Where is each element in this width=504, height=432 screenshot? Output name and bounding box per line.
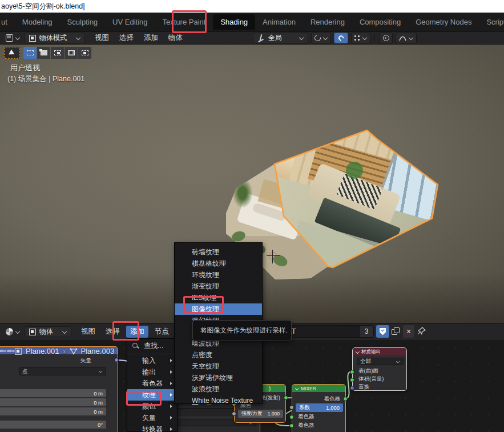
output-target-dropdown[interactable]: 全部 xyxy=(357,358,404,365)
menu-item-渐变纹理[interactable]: 渐变纹理 xyxy=(175,281,262,292)
menu-item-波浪纹理[interactable]: 波浪纹理 xyxy=(175,383,262,395)
rotate-icon xyxy=(313,34,322,42)
node-material-output[interactable]: 材质输出 全部 表(曲)面体积(音量)置换 xyxy=(352,347,407,391)
menu-item-天空纹理[interactable]: 天空纹理 xyxy=(175,361,262,372)
socket-vector-out[interactable] xyxy=(114,358,119,362)
menu-item-环境纹理[interactable]: 环境纹理 xyxy=(175,269,262,281)
select-mode-set-button[interactable] xyxy=(23,47,37,59)
workspace-tab-geometry-nodes[interactable]: Geometry Nodes xyxy=(408,14,479,30)
workspace-tab-scripting[interactable]: Scripting xyxy=(479,14,504,30)
select-mode-intersect-button[interactable] xyxy=(78,47,91,59)
rotation-field[interactable]: 0° xyxy=(0,421,106,429)
workspace-tab-ut[interactable]: ut xyxy=(0,14,15,30)
menu-item-棋盘格纹理[interactable]: 棋盘格纹理 xyxy=(175,258,262,269)
node-mixer[interactable]: MIXER 着色器 系数 1.000 着色器着色器 xyxy=(292,384,346,432)
socket-displacement-in[interactable] xyxy=(350,386,354,390)
shader-menu-添加[interactable]: 添加 xyxy=(126,326,148,338)
chevron-down-icon xyxy=(323,36,328,41)
chevron-down-icon xyxy=(362,36,367,41)
menu-item-search[interactable]: 查找... xyxy=(127,339,177,353)
viewport-menu-添加[interactable]: 添加 xyxy=(140,32,162,44)
shader-menu-视图[interactable]: 视图 xyxy=(77,326,99,338)
socket-surface-in[interactable] xyxy=(350,370,354,374)
transform-orientation-dropdown[interactable]: 全局 xyxy=(253,33,308,43)
shader-type-dropdown[interactable]: 物体 xyxy=(25,326,71,337)
shader-menu-节点[interactable]: 节点 xyxy=(151,326,173,338)
shader-menu-选择[interactable]: 选择 xyxy=(102,326,124,338)
mapping-type-dropdown[interactable]: 点 xyxy=(19,367,106,375)
socket-mixer-out[interactable] xyxy=(343,397,348,401)
socket-shader1-in[interactable] xyxy=(289,415,294,419)
pin-button[interactable] xyxy=(417,326,426,335)
submenu-arrow-icon xyxy=(170,382,172,385)
field-value: 0 m xyxy=(94,409,103,415)
chevron-down-icon xyxy=(409,36,413,41)
menu-item-输出[interactable]: 输出 xyxy=(127,366,177,378)
workspace-tab-uv-editing[interactable]: UV Editing xyxy=(105,14,155,30)
node-output-title[interactable]: 材质输出 xyxy=(361,349,381,355)
fake-user-button[interactable] xyxy=(376,325,389,338)
material-user-count[interactable]: 3 xyxy=(359,326,373,337)
menu-item-输入[interactable]: 输入 xyxy=(127,355,177,366)
select-mode-extend-button[interactable] xyxy=(37,47,50,59)
workspace-tab-compositing[interactable]: Compositing xyxy=(352,14,408,30)
viewport-menu-选择[interactable]: 选择 xyxy=(115,32,138,44)
menu-item-图像纹理[interactable]: 图像纹理 xyxy=(175,303,262,315)
mapping-value-field[interactable]: 0 m xyxy=(0,398,106,406)
menu-separator xyxy=(127,354,177,354)
collapse-icon[interactable] xyxy=(356,350,359,354)
object-mode-icon xyxy=(29,35,36,42)
socket-fac-in[interactable] xyxy=(289,405,294,410)
menu-item-矢量[interactable]: 矢量 xyxy=(127,412,177,423)
snap-settings-dropdown[interactable] xyxy=(351,33,370,43)
viewport-menu-物体[interactable]: 物体 xyxy=(164,32,187,44)
socket-volume-in[interactable] xyxy=(350,378,354,382)
snap-pivot-dropdown[interactable] xyxy=(311,33,331,43)
select-mode-subtract-button[interactable] xyxy=(51,47,64,59)
menu-item-砖墙纹理[interactable]: 砖墙纹理 xyxy=(175,246,262,258)
menu-item-着色器[interactable]: 着色器 xyxy=(127,378,177,389)
chevron-down-icon xyxy=(76,36,80,41)
breadcrumb-data[interactable]: Plane.003 xyxy=(81,347,115,355)
menu-item-沃罗诺伊纹理[interactable]: 沃罗诺伊纹理 xyxy=(175,372,262,383)
proportional-circle-icon xyxy=(383,35,389,41)
workspace-tab-animation[interactable]: Animation xyxy=(255,14,303,30)
workspace-tab-texture-paint[interactable]: Texture Paint xyxy=(155,14,213,30)
mapping-value-field[interactable]: 0 m xyxy=(0,407,106,415)
select-tool-button[interactable] xyxy=(4,47,20,59)
socket-strength-in[interactable] xyxy=(232,411,236,416)
socket-shader2-in[interactable] xyxy=(289,423,294,428)
falloff-dropdown[interactable] xyxy=(396,33,417,43)
workspace-tab-rendering[interactable]: Rendering xyxy=(303,14,352,30)
menu-item-转换器[interactable]: 转换器 xyxy=(127,423,177,432)
breadcrumb-object[interactable]: Plane.001 xyxy=(26,347,59,355)
socket-label: 着色器 xyxy=(298,422,315,429)
strength-field[interactable]: 强度/力度 1.000 xyxy=(238,410,283,418)
mapping-value-field[interactable]: 0 m xyxy=(0,389,106,397)
workspace-tab-modeling[interactable]: Modeling xyxy=(15,14,60,30)
mode-dropdown[interactable]: 物体模式 xyxy=(25,33,85,43)
select-mode-invert-button[interactable] xyxy=(64,47,78,59)
field-value: 0 m xyxy=(94,390,103,397)
submenu-arrow-icon xyxy=(170,393,172,397)
proportional-editing-button[interactable] xyxy=(379,33,393,43)
collapse-icon[interactable] xyxy=(295,387,299,390)
fac-slider[interactable]: 系数 1.000 xyxy=(296,403,343,412)
snap-toggle-button[interactable] xyxy=(334,33,348,43)
editor-type-button[interactable] xyxy=(3,326,22,337)
menu-item-IES纹理[interactable]: IES纹理 xyxy=(175,292,262,303)
node-mapping[interactable]: Panorama 矢量 点 0 m0 m0 m 0° xyxy=(0,346,118,432)
socket-emission-out[interactable] xyxy=(284,395,288,400)
menu-item-White Noise Texture[interactable]: White Noise Texture xyxy=(175,395,262,406)
unlink-material-button[interactable]: × xyxy=(403,325,414,338)
field-value: 0 m xyxy=(94,399,103,406)
viewport-menu-视图[interactable]: 视图 xyxy=(91,32,113,44)
workspace-tab-sculpting[interactable]: Sculpting xyxy=(60,14,105,30)
menu-item-点密度[interactable]: 点密度 xyxy=(175,349,262,361)
editor-type-button[interactable] xyxy=(3,33,22,43)
snap-dots-icon xyxy=(354,35,360,41)
menu-item-纹理[interactable]: 纹理 xyxy=(127,389,177,401)
node-mixer-title[interactable]: MIXER xyxy=(301,386,316,391)
menu-item-颜色[interactable]: 颜色 xyxy=(127,401,177,412)
workspace-tab-shading[interactable]: Shading xyxy=(213,14,255,30)
